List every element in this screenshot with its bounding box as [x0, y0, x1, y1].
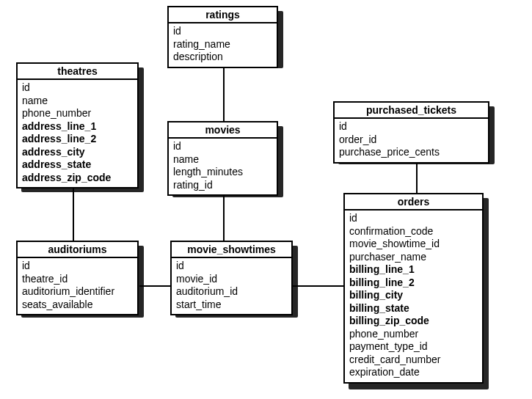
entity-orders: orders idconfirmation_codemovie_showtime…	[343, 193, 484, 384]
field: theatre_id	[22, 273, 133, 286]
field: address_line_1	[22, 120, 133, 133]
field: auditorium_id	[176, 285, 287, 299]
entity-theatres: theatres idnamephone_numberaddress_line_…	[16, 62, 139, 188]
entity-fields-movie_showtimes: idmovie_idauditorium_idstart_time	[170, 257, 293, 315]
field: payment_type_id	[349, 340, 478, 354]
entity-title: purchased_tickets	[333, 101, 489, 117]
field: phone_number	[349, 328, 478, 341]
field: billing_state	[349, 302, 478, 315]
field: name	[173, 153, 272, 166]
entity-auditoriums: auditoriums idtheatre_idauditorium_ident…	[16, 241, 139, 315]
field: address_city	[22, 146, 133, 159]
field: address_state	[22, 158, 133, 172]
field: id	[339, 120, 484, 133]
entity-fields-purchased_tickets: idorder_idpurchase_price_cents	[333, 117, 489, 164]
field: expiration_date	[349, 366, 478, 379]
field: purchase_price_cents	[339, 146, 484, 159]
field: address_line_2	[22, 133, 133, 146]
field: billing_line_1	[349, 263, 478, 277]
field: movie_showtime_id	[349, 238, 478, 251]
field: id	[173, 25, 272, 38]
field: credit_card_number	[349, 354, 478, 367]
entity-purchased_tickets: purchased_tickets idorder_idpurchase_pri…	[333, 101, 489, 164]
field: order_id	[339, 133, 484, 147]
entity-title: movies	[167, 121, 278, 137]
field: seats_available	[22, 299, 133, 312]
entity-ratings: ratings idrating_namedescription	[167, 6, 278, 68]
entity-title: orders	[343, 193, 484, 209]
field: billing_line_2	[349, 277, 478, 290]
field: rating_name	[173, 38, 272, 51]
entity-title: movie_showtimes	[170, 241, 293, 257]
entity-fields-orders: idconfirmation_codemovie_showtime_idpurc…	[343, 209, 484, 384]
field: id	[349, 212, 478, 225]
entity-fields-movies: idnamelength_minutesrating_id	[167, 137, 278, 196]
entity-title: auditoriums	[16, 241, 139, 257]
entity-movies: movies idnamelength_minutesrating_id	[167, 121, 278, 196]
field: start_time	[176, 299, 287, 312]
entity-title: ratings	[167, 6, 278, 22]
field: id	[22, 81, 133, 95]
entity-fields-theatres: idnamephone_numberaddress_line_1address_…	[16, 78, 139, 188]
field: purchaser_name	[349, 251, 478, 264]
field: billing_zip_code	[349, 315, 478, 328]
entity-fields-auditoriums: idtheatre_idauditorium_identifierseats_a…	[16, 257, 139, 315]
field: phone_number	[22, 107, 133, 120]
field: name	[22, 95, 133, 108]
field: address_zip_code	[22, 172, 133, 185]
field: length_minutes	[173, 166, 272, 179]
field: id	[176, 260, 287, 273]
field: auditorium_identifier	[22, 285, 133, 299]
field: id	[22, 260, 133, 273]
field: rating_id	[173, 179, 272, 192]
entity-movie_showtimes: movie_showtimes idmovie_idauditorium_ids…	[170, 241, 293, 315]
field: id	[173, 140, 272, 153]
field: movie_id	[176, 273, 287, 286]
field: billing_city	[349, 289, 478, 302]
entity-fields-ratings: idrating_namedescription	[167, 22, 278, 68]
field: description	[173, 51, 272, 64]
entity-title: theatres	[16, 62, 139, 78]
field: confirmation_code	[349, 225, 478, 238]
